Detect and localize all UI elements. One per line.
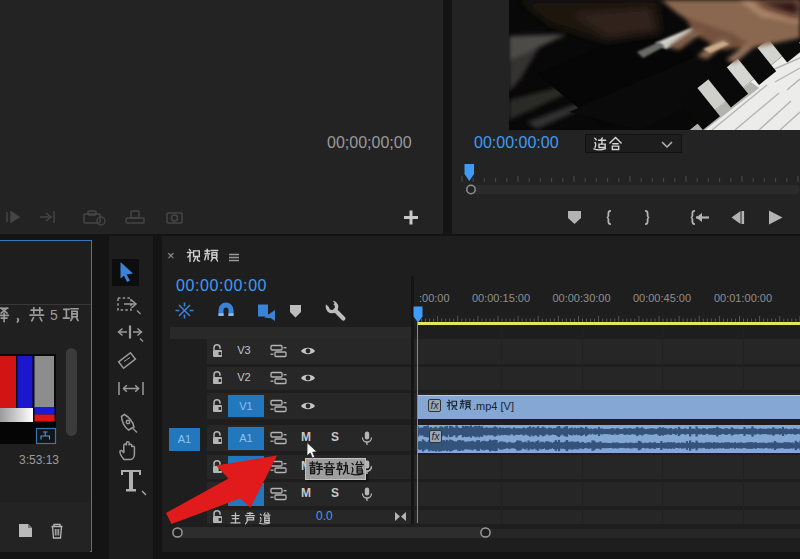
svg-text:5: 5 [50,307,58,323]
